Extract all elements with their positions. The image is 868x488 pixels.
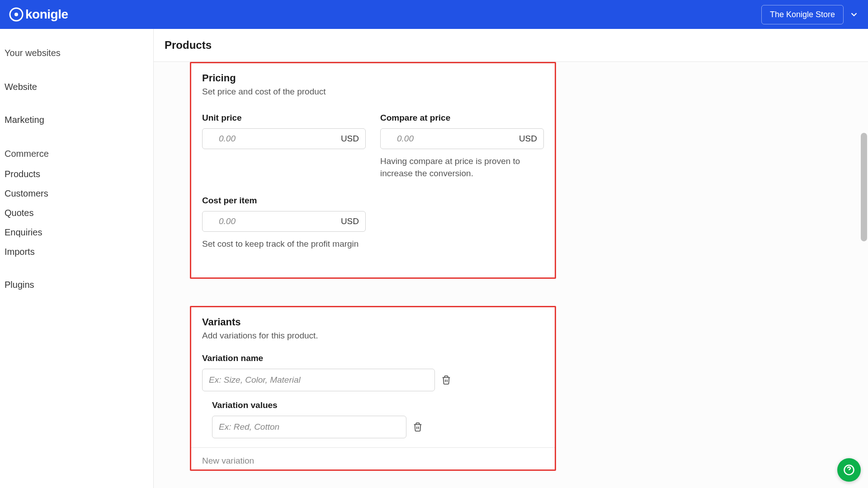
- compare-price-field: Compare at price USD Having compare at p…: [380, 113, 544, 179]
- new-variation-link[interactable]: New variation: [191, 447, 555, 469]
- main-content: Products Pricing Set price and cost of t…: [154, 29, 868, 488]
- trash-icon[interactable]: [413, 422, 423, 432]
- scrollbar-thumb[interactable]: [861, 133, 867, 241]
- chevron-down-icon[interactable]: [849, 9, 859, 19]
- variants-title: Variants: [202, 316, 544, 328]
- variation-value-input[interactable]: [212, 416, 406, 438]
- sidebar-item-customers[interactable]: Customers: [5, 184, 153, 203]
- sidebar-item-quotes[interactable]: Quotes: [5, 203, 153, 223]
- top-bar: konigle The Konigle Store: [0, 0, 868, 29]
- compare-price-help: Having compare at price is proven to inc…: [380, 155, 544, 179]
- store-button[interactable]: The Konigle Store: [761, 5, 844, 24]
- sidebar-item-marketing[interactable]: Marketing: [5, 110, 153, 130]
- pricing-card: Pricing Set price and cost of the produc…: [190, 62, 556, 279]
- scrollbar-track: [861, 29, 867, 488]
- store-selector: The Konigle Store: [761, 5, 859, 24]
- unit-price-input-group: USD: [202, 128, 366, 149]
- compare-price-input-group: USD: [380, 128, 544, 149]
- unit-price-input[interactable]: [219, 134, 341, 144]
- compare-price-input[interactable]: [397, 134, 519, 144]
- logo-icon: [9, 7, 24, 22]
- page-title: Products: [165, 39, 857, 52]
- unit-price-label: Unit price: [202, 113, 366, 123]
- help-button[interactable]: [837, 458, 861, 482]
- sidebar-heading-commerce: Commerce: [5, 143, 153, 164]
- sidebar-item-website[interactable]: Website: [5, 77, 153, 97]
- unit-price-currency: USD: [341, 134, 359, 144]
- cost-input-group: USD: [202, 211, 366, 232]
- cost-label: Cost per item: [202, 196, 366, 206]
- trash-icon[interactable]: [441, 375, 451, 385]
- help-icon: [843, 464, 855, 476]
- cost-currency: USD: [341, 216, 359, 226]
- cost-input[interactable]: [219, 216, 341, 226]
- sidebar: Your websites Website Marketing Commerce…: [0, 29, 154, 488]
- compare-price-currency: USD: [519, 134, 537, 144]
- svg-point-1: [14, 13, 18, 16]
- variation-values-label: Variation values: [212, 400, 544, 410]
- page-header: Products: [154, 29, 868, 62]
- logo[interactable]: konigle: [9, 7, 68, 22]
- cost-field: Cost per item USD Set cost to keep track…: [202, 196, 366, 250]
- sidebar-heading-websites: Your websites: [5, 42, 153, 64]
- variation-name-label: Variation name: [202, 353, 544, 363]
- sidebar-item-imports[interactable]: Imports: [5, 242, 153, 262]
- variants-subtitle: Add variations for this product.: [202, 331, 544, 341]
- logo-text: konigle: [25, 7, 68, 22]
- compare-price-label: Compare at price: [380, 113, 544, 123]
- unit-price-field: Unit price USD: [202, 113, 366, 179]
- variation-name-input[interactable]: [202, 369, 435, 391]
- variants-card: Variants Add variations for this product…: [190, 306, 556, 471]
- sidebar-item-enquiries[interactable]: Enquiries: [5, 223, 153, 242]
- pricing-subtitle: Set price and cost of the product: [202, 87, 544, 97]
- sidebar-item-products[interactable]: Products: [5, 164, 153, 184]
- pricing-title: Pricing: [202, 72, 544, 84]
- sidebar-item-plugins[interactable]: Plugins: [5, 275, 153, 295]
- cost-help: Set cost to keep track of the profit mar…: [202, 238, 366, 250]
